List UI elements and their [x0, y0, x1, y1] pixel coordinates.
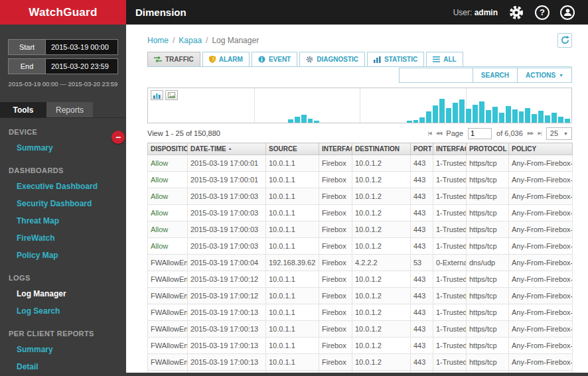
- table-cell: FWAllowEnc: [148, 255, 188, 271]
- table-cell: 10.0.1.2: [352, 304, 411, 321]
- table-cell: Firebox: [319, 172, 352, 188]
- log-row[interactable]: FWAllowEnc2015-03-19 17:00:04192.168.39.…: [148, 255, 573, 271]
- sidebar-section-device: DEVICE: [0, 118, 126, 139]
- log-row[interactable]: Allow2015-03-19 17:00:0310.0.1.1Firebox1…: [148, 238, 573, 255]
- log-row[interactable]: FWAllowEnc2015-03-19 17:00:1210.0.1.1Fir…: [148, 271, 573, 288]
- search-button[interactable]: SEARCH: [473, 68, 517, 82]
- column-header-interface[interactable]: INTERFACE: [319, 143, 352, 155]
- page-size-value: 25: [550, 129, 558, 137]
- table-cell: Firebox: [319, 255, 352, 271]
- tab-statistic[interactable]: STATISTIC: [367, 52, 424, 66]
- settings-gear-icon[interactable]: [508, 5, 524, 21]
- breadcrumb-separator: /: [173, 36, 175, 45]
- chevron-down-icon: ▼: [563, 131, 568, 136]
- search-button-label: SEARCH: [481, 72, 509, 79]
- table-cell: https/tcp: [467, 238, 509, 255]
- log-row[interactable]: Allow2015-03-19 17:00:0110.0.1.1Firebox1…: [148, 155, 573, 172]
- chart-toolbar: [151, 90, 178, 100]
- sidebar-item-log-search[interactable]: Log Search: [0, 302, 126, 320]
- sidebar-item-executive-dashboard[interactable]: Executive Dashboard: [0, 178, 126, 195]
- next-page-icon[interactable]: ▶▶: [528, 131, 534, 136]
- page-number-input[interactable]: [468, 128, 492, 139]
- sidebar-item-policy-map[interactable]: Policy Map: [0, 247, 126, 264]
- table-cell: 2015-03-19 17:00:03: [188, 221, 266, 238]
- table-cell: 10.0.1.2: [352, 321, 411, 338]
- column-header-port[interactable]: PORT: [411, 143, 433, 155]
- tab-traffic[interactable]: TRAFFIC: [147, 52, 200, 66]
- column-header-destination[interactable]: DESTINATION: [352, 143, 411, 155]
- table-cell: Any-From-Firebox-00: [509, 255, 573, 271]
- tab-all[interactable]: ALL: [426, 52, 463, 66]
- sidebar-item-summary[interactable]: Summary: [0, 139, 126, 157]
- log-row[interactable]: FWAllowEnc2015-03-19 17:00:1210.0.1.1Fir…: [148, 288, 573, 304]
- event-icon: [258, 56, 265, 63]
- tab-alarm[interactable]: ALARM: [202, 52, 250, 66]
- table-cell: Any-From-Firebox-00: [509, 321, 573, 338]
- column-header-date-time[interactable]: DATE-TIME▲: [188, 143, 266, 155]
- actions-button[interactable]: ACTIONS▼: [517, 68, 571, 82]
- column-header-disposition[interactable]: DISPOSITION: [148, 143, 188, 155]
- table-cell: Any-From-Firebox-00: [509, 304, 573, 321]
- table-cell: Any-From-Firebox-00: [509, 221, 573, 238]
- table-cell: Firebox: [319, 304, 352, 321]
- sidebar-tab-reports[interactable]: Reports: [46, 102, 93, 117]
- refresh-button[interactable]: [557, 33, 572, 48]
- log-row[interactable]: Allow2015-03-19 17:00:0110.0.1.1Firebox1…: [148, 172, 573, 188]
- tab-label: DIAGNOSTIC: [317, 56, 358, 63]
- sidebar-item-log-manager[interactable]: Log Manager: [0, 285, 126, 302]
- chevron-down-icon: ▼: [559, 73, 563, 78]
- tab-event[interactable]: EVENT: [252, 52, 297, 66]
- help-icon[interactable]: ?: [535, 5, 550, 20]
- log-row[interactable]: Allow2015-03-19 17:00:0310.0.1.1Firebox1…: [148, 188, 573, 205]
- sidebar-tab-tools[interactable]: Tools: [0, 102, 46, 117]
- table-cell: 1-Trusted: [433, 238, 467, 255]
- breadcrumb-separator: /: [206, 36, 208, 45]
- table-cell: FWAllowEnc: [148, 321, 188, 338]
- table-cell: 10.0.1.2: [352, 205, 411, 221]
- app-root: WatchGuard Dimension User: admin ? Start…: [0, 0, 588, 376]
- sidebar-item-security-dashboard[interactable]: Security Dashboard: [0, 195, 126, 212]
- top-bar: WatchGuard Dimension User: admin ?: [0, 0, 588, 25]
- search-input[interactable]: [400, 68, 473, 82]
- table-cell: Firebox: [319, 188, 352, 205]
- table-cell: 10.0.1.1: [266, 205, 319, 221]
- column-header-source[interactable]: SOURCE: [266, 143, 319, 155]
- last-page-icon[interactable]: ▶|: [538, 131, 542, 136]
- breadcrumb-home[interactable]: Home: [147, 36, 169, 45]
- histogram-bar: [426, 111, 431, 123]
- alarm-icon: [209, 56, 216, 63]
- sidebar-tabs: ToolsReports: [0, 102, 126, 118]
- log-row[interactable]: FWAllowEnc2015-03-19 17:00:1310.0.1.1Fir…: [148, 338, 573, 354]
- collapse-sidebar-button[interactable]: −: [111, 131, 125, 144]
- end-date-input[interactable]: 2015-03-20 23:59: [46, 59, 117, 74]
- page-size-select[interactable]: 25 ▼: [546, 127, 572, 140]
- log-row[interactable]: FWAllowEnc2015-03-19 17:00:1310.0.1.1Fir…: [148, 304, 573, 321]
- table-cell: 1-Trusted: [433, 288, 467, 304]
- column-header-protocol[interactable]: PROTOCOL: [467, 143, 509, 155]
- log-row[interactable]: Allow2015-03-19 17:00:0310.0.1.1Firebox1…: [148, 205, 573, 221]
- table-cell: 10.0.1.1: [266, 221, 319, 238]
- sidebar-item-summary[interactable]: Summary: [0, 341, 126, 358]
- log-row[interactable]: Allow2015-03-19 17:00:0310.0.1.1Firebox1…: [148, 221, 573, 238]
- table-cell: Firebox: [319, 288, 352, 304]
- column-header-interface[interactable]: INTERFACE: [433, 143, 467, 155]
- log-row[interactable]: FWAllowEnc2015-03-19 17:00:1310.0.1.1Fir…: [148, 321, 573, 338]
- log-row[interactable]: FWAllowEnc2015-03-19 17:00:1310.0.1.1Fir…: [148, 354, 573, 371]
- first-page-icon[interactable]: |◀: [427, 131, 431, 136]
- search-toolbar: SEARCH ACTIONS▼: [399, 68, 572, 83]
- export-image-button[interactable]: [165, 90, 178, 100]
- user-account-icon[interactable]: [560, 5, 575, 20]
- table-cell: dns/udp: [467, 255, 509, 271]
- column-header-policy[interactable]: POLICY: [509, 143, 573, 155]
- table-cell: Any-From-Firebox-00: [509, 288, 573, 304]
- sidebar-item-threat-map[interactable]: Threat Map: [0, 212, 126, 229]
- sidebar-item-firewatch[interactable]: FireWatch: [0, 229, 126, 247]
- histogram-bar: [407, 121, 412, 123]
- breadcrumb-kapaa[interactable]: Kapaa: [179, 36, 202, 45]
- histogram-bar: [492, 107, 498, 123]
- start-date-input[interactable]: 2015-03-19 00:00: [46, 40, 117, 54]
- table-cell: Any-From-Firebox-00: [509, 354, 573, 371]
- chart-view-button[interactable]: [151, 90, 163, 100]
- tab-diagnostic[interactable]: DIAGNOSTIC: [299, 52, 365, 66]
- prev-page-icon[interactable]: ◀◀: [436, 131, 442, 136]
